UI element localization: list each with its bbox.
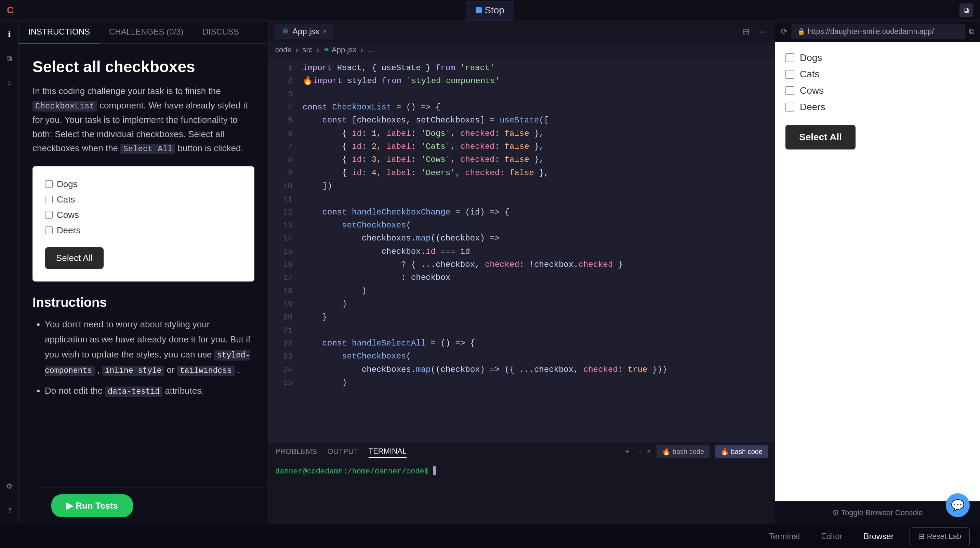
chat-bubble[interactable]: 💬 — [946, 493, 970, 517]
instructions-panel: INSTRUCTIONS CHALLENGES (0/3) DISCUSS Se… — [19, 21, 269, 524]
instructions-list: You don't need to worry about styling yo… — [32, 317, 255, 399]
code-line-9: 9 { id: 4, label: 'Deers', checked: fals… — [269, 167, 775, 180]
browser-item-deers: Deers — [786, 102, 970, 113]
code-line-6: 6 { id: 1, label: 'Dogs', checked: false… — [269, 127, 775, 140]
sidebar-help-icon[interactable]: ? — [2, 503, 16, 517]
editor-top-right: ⊟ ··· — [741, 25, 768, 38]
browser-refresh-icon[interactable]: ⟳ — [781, 27, 788, 36]
editor-more-button[interactable]: ··· — [757, 25, 768, 38]
code-line-12: 12 const handleCheckboxChange = (id) => … — [269, 206, 775, 219]
code-line-10: 10 ]) — [269, 180, 775, 193]
checkbox-cats[interactable] — [45, 196, 52, 203]
bottom-tab-browser[interactable]: Browser — [858, 529, 899, 544]
stop-label: Stop — [485, 5, 504, 16]
editor-tab-close-icon[interactable]: × — [323, 27, 327, 35]
browser-panel: ⟳ 🔒 https://daughter-smile.codedamn.app/… — [775, 21, 980, 524]
tab-problems[interactable]: PROBLEMS — [275, 446, 317, 457]
bottom-panel-right: + ··· × 🔥 bash code 🔥 bash code — [625, 445, 768, 458]
breadcrumb-more: ... — [367, 46, 374, 54]
code-line-17: 17 : checkbox — [269, 271, 775, 284]
terminal-content[interactable]: danner@codedamn:/home/danner/code$ ▋ — [269, 461, 775, 524]
breadcrumb-src: src — [302, 46, 312, 54]
left-sidebar: ℹ ⧉ ⌕ ⚙ ? — [0, 21, 19, 524]
code-line-22: 22 const handleSelectAll = () => { — [269, 337, 775, 350]
run-tests-button[interactable]: ▶ Run Tests — [51, 494, 133, 517]
code-line-11: 11 — [269, 193, 775, 206]
code-area[interactable]: 1 import React, { useState } from 'react… — [269, 58, 775, 442]
browser-item-dogs: Dogs — [786, 53, 970, 63]
main-layout: ℹ ⧉ ⌕ ⚙ ? INSTRUCTIONS CHALLENGES (0/3) … — [0, 21, 980, 524]
sidebar-info-icon[interactable]: ℹ — [2, 28, 16, 41]
browser-checkbox-cats[interactable] — [786, 70, 794, 79]
settings-icon: ⚙ — [832, 508, 839, 517]
label-cats: Cats — [57, 194, 75, 205]
breadcrumb-code: code — [275, 46, 292, 54]
top-bar-right: ⧉ — [959, 3, 973, 17]
label-deers: Deers — [57, 225, 80, 236]
bottom-tab-terminal[interactable]: Terminal — [763, 529, 805, 544]
editor-top-bar: ⚛ App.jsx × ⊟ ··· — [269, 21, 775, 42]
extension-icon[interactable]: ⧉ — [959, 3, 973, 17]
sidebar-files-icon[interactable]: ⧉ — [2, 52, 16, 65]
panel-tabs: INSTRUCTIONS CHALLENGES (0/3) DISCUSS — [19, 21, 268, 44]
bottom-bar: ▶ Run Tests — [38, 487, 269, 524]
browser-checkbox-dogs[interactable] — [786, 53, 794, 62]
bottom-tab-editor[interactable]: Editor — [816, 529, 848, 544]
terminal-cursor: ▋ — [433, 467, 438, 476]
browser-label-dogs: Dogs — [800, 53, 822, 63]
preview-item-cats: Cats — [45, 194, 242, 205]
code-line-16: 16 ? { ...checkbox, checked: !checkbox.c… — [269, 258, 775, 271]
preview-item-deers: Deers — [45, 225, 242, 236]
browser-checkbox-deers[interactable] — [786, 103, 794, 112]
checkbox-deers[interactable] — [45, 226, 52, 234]
breadcrumb-appjsx: App.jsx — [332, 46, 356, 54]
browser-url-bar[interactable]: 🔒 https://daughter-smile.codedamn.app/ — [792, 24, 965, 39]
browser-select-all-button[interactable]: Select All — [786, 125, 856, 150]
sidebar-search-icon[interactable]: ⌕ — [2, 76, 16, 89]
editor-tab-label: App.jsx — [292, 27, 319, 36]
tab-terminal[interactable]: TERMINAL — [369, 445, 407, 458]
panel-content: Select all checkboxes In this coding cha… — [19, 44, 268, 524]
browser-label-cats: Cats — [800, 69, 819, 80]
panel-description: In this coding challenge your task is to… — [32, 84, 255, 156]
bash-badge-2[interactable]: 🔥 bash code — [715, 445, 768, 458]
bottom-panel: PROBLEMS OUTPUT TERMINAL + ··· × 🔥 bash … — [269, 442, 775, 524]
split-editor-button[interactable]: ⊟ — [741, 25, 752, 38]
code-line-7: 7 { id: 2, label: 'Cats', checked: false… — [269, 140, 775, 153]
instructions-section-title: Instructions — [32, 295, 255, 310]
tab-discuss[interactable]: DISCUSS — [193, 21, 248, 43]
code-line-3: 3 — [269, 88, 775, 101]
reset-lab-label: Reset Lab — [927, 532, 961, 541]
tab-instructions[interactable]: INSTRUCTIONS — [19, 21, 100, 43]
preview-item-dogs: Dogs — [45, 179, 242, 190]
stop-icon — [476, 7, 482, 13]
sidebar-settings-icon[interactable]: ⚙ — [2, 480, 16, 493]
add-terminal-button[interactable]: + — [625, 447, 630, 456]
tab-output[interactable]: OUTPUT — [327, 446, 358, 457]
external-link-icon[interactable]: ⧉ — [969, 27, 975, 36]
logo: C — [7, 5, 14, 16]
code-line-23: 23 setCheckboxes( — [269, 350, 775, 363]
browser-label-deers: Deers — [800, 102, 826, 113]
code-line-18: 18 ) — [269, 285, 775, 298]
browser-item-cats: Cats — [786, 69, 970, 80]
bash-badge-1[interactable]: 🔥 bash code — [657, 445, 710, 458]
browser-item-cows: Cows — [786, 85, 970, 96]
terminal-close-button[interactable]: × — [647, 447, 651, 456]
preview-select-all-button[interactable]: Select All — [45, 247, 103, 269]
checkbox-dogs[interactable] — [45, 180, 52, 188]
top-bar: C Stop ⧉ — [0, 0, 980, 21]
browser-url-text: https://daughter-smile.codedamn.app/ — [808, 27, 934, 36]
terminal-more-button[interactable]: ··· — [635, 447, 641, 456]
stop-button[interactable]: Stop — [466, 1, 514, 19]
toggle-console-label: Toggle Browser Console — [841, 508, 923, 517]
app-bottom-bar: Terminal Editor Browser ⊟ Reset Lab — [0, 524, 980, 548]
checkbox-cows[interactable] — [45, 211, 52, 218]
preview-box: Dogs Cats Cows Deers Select All — [32, 166, 255, 282]
panel-title: Select all checkboxes — [32, 57, 255, 76]
browser-checkbox-cows[interactable] — [786, 86, 794, 95]
instruction-item-2: Do not edit the data-testid attributes. — [45, 383, 255, 398]
reset-lab-button[interactable]: ⊟ Reset Lab — [910, 527, 970, 545]
editor-tab-appjsx[interactable]: ⚛ App.jsx × — [275, 24, 333, 39]
tab-challenges[interactable]: CHALLENGES (0/3) — [100, 21, 193, 43]
